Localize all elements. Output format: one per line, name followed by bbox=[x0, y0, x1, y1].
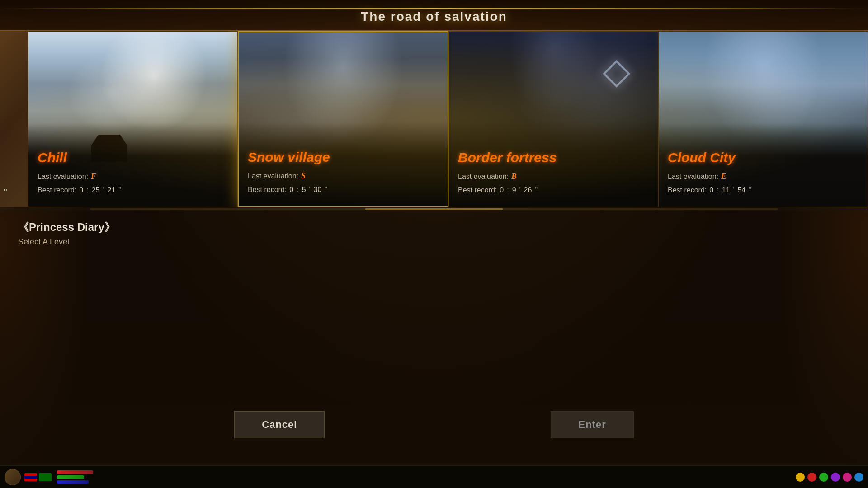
cards-wrapper: " Chill Last evaluation: F Best record: … bbox=[0, 31, 868, 207]
level-subtitle: Select A Level bbox=[18, 237, 850, 247]
card-border-fortress-name: Border fortress bbox=[458, 150, 649, 165]
card-cloud-city-sep3: " bbox=[749, 185, 751, 195]
card-chill-name: Chill bbox=[38, 150, 228, 165]
card-snow-village-h: 0 bbox=[289, 185, 293, 195]
card-chill-info: Chill Last evaluation: F Best record: 0 … bbox=[28, 123, 237, 207]
cancel-button[interactable]: Cancel bbox=[234, 411, 325, 438]
card-border-fortress-record-label: Best record: bbox=[458, 185, 497, 195]
card-border-fortress-sep1: : bbox=[507, 185, 509, 195]
card-cloud-city-record-label: Best record: bbox=[668, 185, 707, 195]
card-cloud-city-eval-icon: E bbox=[721, 171, 726, 182]
buttons-row: Cancel Enter bbox=[0, 411, 868, 438]
card-snow-village-record-values: 0 : 5 ' 30 " bbox=[289, 185, 329, 195]
card-chill-eval-label: Last evaluation: bbox=[38, 172, 88, 182]
card-snow-village-info: Snow village Last evaluation: S Best rec… bbox=[239, 122, 448, 206]
card-chill-s: 21 bbox=[107, 185, 115, 195]
card-snow-village[interactable]: Snow village Last evaluation: S Best rec… bbox=[238, 31, 448, 207]
cards-scrollbar[interactable] bbox=[0, 207, 868, 211]
card-cloud-city-eval-label: Last evaluation: bbox=[668, 172, 718, 182]
taskbar bbox=[0, 465, 868, 488]
card-snow-village-sep1: : bbox=[297, 185, 298, 195]
card-chill-sep2: ' bbox=[103, 185, 104, 195]
card-snow-village-sep2: ' bbox=[309, 185, 311, 195]
taskbar-icon-blue[interactable] bbox=[854, 473, 863, 482]
card-border-fortress-eval-label: Last evaluation: bbox=[458, 172, 509, 182]
card-chill-record-label: Best record: bbox=[38, 185, 76, 195]
taskbar-flags bbox=[24, 473, 52, 481]
card-snow-village-name: Snow village bbox=[248, 150, 439, 165]
partial-left-card[interactable]: " bbox=[0, 31, 28, 207]
card-chill-eval-row: Last evaluation: F bbox=[38, 171, 228, 182]
scrollbar-thumb[interactable] bbox=[365, 208, 503, 210]
card-snow-village-eval-row: Last evaluation: S bbox=[248, 170, 439, 182]
card-snow-village-eval-icon: S bbox=[301, 170, 306, 182]
card-snow-village-sep3: " bbox=[325, 185, 327, 195]
enter-button[interactable]: Enter bbox=[551, 411, 633, 438]
card-cloud-city[interactable]: Cloud City Last evaluation: E Best recor… bbox=[658, 31, 868, 207]
card-snow-village-record-label: Best record: bbox=[248, 185, 287, 195]
card-chill-m: 25 bbox=[92, 185, 100, 195]
card-border-fortress-m: 9 bbox=[512, 185, 516, 195]
card-border-fortress[interactable]: Border fortress Last evaluation: B Best … bbox=[448, 31, 658, 207]
card-border-fortress-s: 26 bbox=[524, 185, 532, 195]
taskbar-icon-pink[interactable] bbox=[843, 473, 852, 482]
card-snow-village-m: 5 bbox=[302, 185, 306, 195]
flag-red bbox=[24, 473, 37, 481]
card-snow-village-record-row: Best record: 0 : 5 ' 30 " bbox=[248, 185, 439, 195]
card-chill-eval-icon: F bbox=[91, 171, 96, 182]
page-title: The road of salvation bbox=[361, 9, 507, 23]
health-bar-blue bbox=[57, 480, 89, 484]
card-chill-h: 0 bbox=[79, 185, 83, 195]
card-cloud-city-s: 54 bbox=[737, 185, 745, 195]
card-cloud-city-sep1: : bbox=[717, 185, 718, 195]
card-cloud-city-m: 11 bbox=[722, 185, 730, 195]
card-cloud-city-sep2: ' bbox=[733, 185, 734, 195]
card-cloud-city-record-values: 0 : 11 ' 54 " bbox=[709, 185, 753, 195]
health-bar-green bbox=[57, 475, 84, 479]
card-border-fortress-eval-row: Last evaluation: B bbox=[458, 171, 649, 182]
card-snow-village-eval-label: Last evaluation: bbox=[248, 171, 298, 181]
card-border-fortress-h: 0 bbox=[500, 185, 504, 195]
card-cloud-city-eval-row: Last evaluation: E bbox=[668, 171, 859, 182]
card-border-fortress-info: Border fortress Last evaluation: B Best … bbox=[449, 123, 658, 207]
card-chill-sep1: : bbox=[86, 185, 88, 195]
card-border-fortress-record-values: 0 : 9 ' 26 " bbox=[500, 185, 539, 195]
taskbar-icon-red[interactable] bbox=[807, 473, 816, 482]
scrollbar-track bbox=[90, 208, 778, 210]
card-cloud-city-record-row: Best record: 0 : 11 ' 54 " bbox=[668, 185, 859, 195]
card-cloud-city-h: 0 bbox=[709, 185, 713, 195]
taskbar-icon-purple[interactable] bbox=[831, 473, 840, 482]
partial-card-quote: " bbox=[4, 187, 7, 198]
card-chill[interactable]: Chill Last evaluation: F Best record: 0 … bbox=[28, 31, 238, 207]
cards-section: " Chill Last evaluation: F Best record: … bbox=[0, 31, 868, 207]
health-bar-red bbox=[57, 470, 93, 474]
level-category: 《Princess Diary》 bbox=[18, 220, 850, 235]
taskbar-icon-green[interactable] bbox=[819, 473, 828, 482]
card-cloud-city-name: Cloud City bbox=[668, 150, 859, 165]
flag-green bbox=[39, 473, 52, 481]
card-cloud-city-info: Cloud City Last evaluation: E Best recor… bbox=[659, 123, 868, 207]
card-border-fortress-eval-icon: B bbox=[511, 171, 517, 182]
taskbar-avatar bbox=[5, 469, 21, 485]
card-border-fortress-sep2: ' bbox=[519, 185, 521, 195]
header: The road of salvation bbox=[0, 0, 868, 31]
card-chill-record-values: 0 : 25 ' 21 " bbox=[79, 185, 123, 195]
card-snow-village-s: 30 bbox=[314, 185, 322, 195]
card-border-fortress-sep3: " bbox=[535, 185, 538, 195]
health-bars bbox=[57, 470, 93, 484]
card-chill-record-row: Best record: 0 : 25 ' 21 " bbox=[38, 185, 228, 195]
taskbar-icon-yellow[interactable] bbox=[796, 473, 805, 482]
taskbar-icons bbox=[796, 473, 863, 482]
card-border-fortress-record-row: Best record: 0 : 9 ' 26 " bbox=[458, 185, 649, 195]
card-chill-sep3: " bbox=[118, 185, 121, 195]
